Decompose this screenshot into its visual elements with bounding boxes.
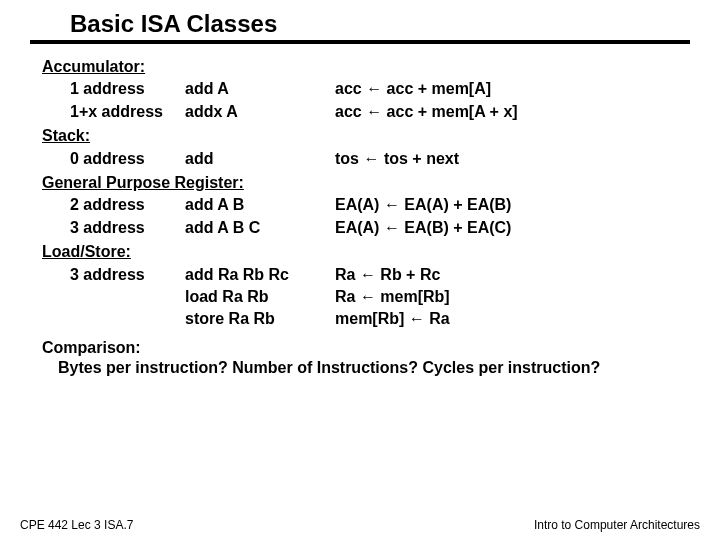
semantics: tos ← tos + next — [335, 150, 690, 168]
instruction: add A B C — [185, 219, 335, 237]
semantics: acc ← acc + mem[A] — [335, 80, 690, 98]
footer-left: CPE 442 Lec 3 ISA.7 — [20, 518, 133, 532]
slide-title: Basic ISA Classes — [70, 10, 690, 40]
section-stack: Stack: — [42, 127, 690, 145]
comparison-label: Comparison: — [42, 339, 690, 357]
section-loadstore: Load/Store: — [42, 243, 690, 261]
semantics: EA(A) ← EA(B) + EA(C) — [335, 219, 690, 237]
section-accumulator: Accumulator: — [42, 58, 690, 76]
footer-right: Intro to Computer Architectures — [534, 518, 700, 532]
addr-mode: 3 address — [70, 219, 185, 237]
instruction: load Ra Rb — [185, 288, 335, 306]
semantics: Ra ← Rb + Rc — [335, 266, 690, 284]
table-row: 2 address add A B EA(A) ← EA(A) + EA(B) — [70, 196, 690, 214]
semantics: Ra ← mem[Rb] — [335, 288, 690, 306]
addr-mode — [70, 310, 185, 328]
semantics: acc ← acc + mem[A + x] — [335, 103, 690, 121]
table-row: store Ra Rb mem[Rb] ← Ra — [70, 310, 690, 328]
table-row: 0 address add tos ← tos + next — [70, 150, 690, 168]
instruction: add — [185, 150, 335, 168]
table-row: 1+x address addx A acc ← acc + mem[A + x… — [70, 103, 690, 121]
instruction: add Ra Rb Rc — [185, 266, 335, 284]
addr-mode — [70, 288, 185, 306]
instruction: addx A — [185, 103, 335, 121]
addr-mode: 1 address — [70, 80, 185, 98]
footer: CPE 442 Lec 3 ISA.7 Intro to Computer Ar… — [0, 518, 720, 532]
stack-rows: 0 address add tos ← tos + next — [70, 150, 690, 168]
title-bar: Basic ISA Classes — [30, 0, 690, 44]
addr-mode: 2 address — [70, 196, 185, 214]
accumulator-rows: 1 address add A acc ← acc + mem[A] 1+x a… — [70, 80, 690, 121]
loadstore-rows: 3 address add Ra Rb Rc Ra ← Rb + Rc load… — [70, 266, 690, 329]
addr-mode: 3 address — [70, 266, 185, 284]
table-row: 1 address add A acc ← acc + mem[A] — [70, 80, 690, 98]
comparison-text: Bytes per instruction? Number of Instruc… — [58, 359, 690, 377]
table-row: 3 address add Ra Rb Rc Ra ← Rb + Rc — [70, 266, 690, 284]
section-gpr: General Purpose Register: — [42, 174, 690, 192]
slide: Basic ISA Classes Accumulator: 1 address… — [0, 0, 720, 540]
gpr-rows: 2 address add A B EA(A) ← EA(A) + EA(B) … — [70, 196, 690, 237]
table-row: load Ra Rb Ra ← mem[Rb] — [70, 288, 690, 306]
slide-content: Accumulator: 1 address add A acc ← acc +… — [0, 44, 720, 377]
semantics: mem[Rb] ← Ra — [335, 310, 690, 328]
addr-mode: 0 address — [70, 150, 185, 168]
instruction: add A B — [185, 196, 335, 214]
table-row: 3 address add A B C EA(A) ← EA(B) + EA(C… — [70, 219, 690, 237]
instruction: store Ra Rb — [185, 310, 335, 328]
semantics: EA(A) ← EA(A) + EA(B) — [335, 196, 690, 214]
addr-mode: 1+x address — [70, 103, 185, 121]
instruction: add A — [185, 80, 335, 98]
